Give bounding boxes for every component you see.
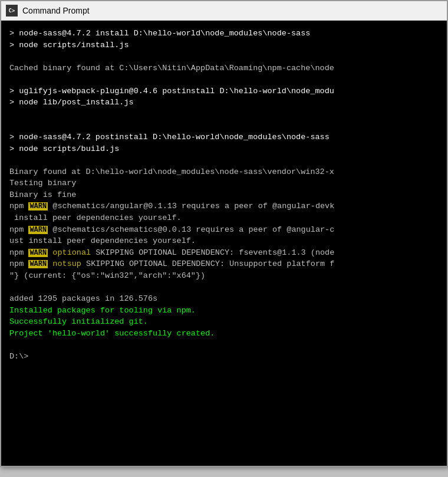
terminal-output[interactable]: > node-sass@4.7.2 install D:\hello-world… (1, 21, 447, 466)
empty-line-5 (9, 154, 439, 166)
line-6: > node-sass@4.7.2 postinstall D:\hello-w… (9, 131, 439, 143)
window-title: Command Prompt (22, 6, 90, 15)
empty-line-6 (9, 281, 439, 293)
line-11: npm WARN @schematics/angular@0.1.13 requ… (9, 200, 439, 212)
line-2: > node scripts/install.js (9, 40, 439, 51)
empty-line-2 (9, 74, 439, 85)
empty-line-7 (9, 339, 439, 351)
line-16: npm WARN notsup SKIPPING OPTIONAL DEPEND… (9, 258, 439, 270)
empty-line-4 (9, 120, 439, 132)
line-4: > uglifyjs-webpack-plugin@0.4.6 postinst… (9, 85, 439, 97)
line-1: > node-sass@4.7.2 install D:\hello-world… (9, 28, 439, 40)
line-17: "} (current: {"os":"win32","arch":"x64"}… (9, 270, 439, 282)
line-5: > node lib/post_install.js (9, 97, 439, 108)
line-13: npm WARN @schematics/schematics@0.0.13 r… (9, 224, 439, 236)
title-bar: Command Prompt (1, 1, 447, 21)
line-10: Binary is fine (9, 189, 439, 201)
command-prompt-window: Command Prompt > node-sass@4.7.2 install… (0, 0, 448, 467)
line-3: Cached binary found at C:\Users\Nitin\Ap… (9, 62, 439, 74)
line-20: Successfully initialized git. (9, 316, 439, 328)
line-14: ust install peer dependencies yourself. (9, 235, 439, 247)
line-21: Project 'hello-world' successfully creat… (9, 328, 439, 340)
line-8: Binary found at D:\hello-world\node_modu… (9, 166, 439, 178)
cmd-icon (6, 5, 18, 17)
empty-line-1 (9, 51, 439, 62)
line-7: > node scripts/build.js (9, 143, 439, 155)
line-18: added 1295 packages in 126.576s (9, 293, 439, 305)
line-19: Installed packages for tooling via npm. (9, 305, 439, 317)
line-15: npm WARN optional SKIPPING OPTIONAL DEPE… (9, 247, 439, 259)
empty-line-3 (9, 108, 439, 120)
line-22: D:\> (9, 351, 439, 363)
line-12: install peer dependencies yourself. (9, 212, 439, 224)
line-9: Testing binary (9, 177, 439, 189)
